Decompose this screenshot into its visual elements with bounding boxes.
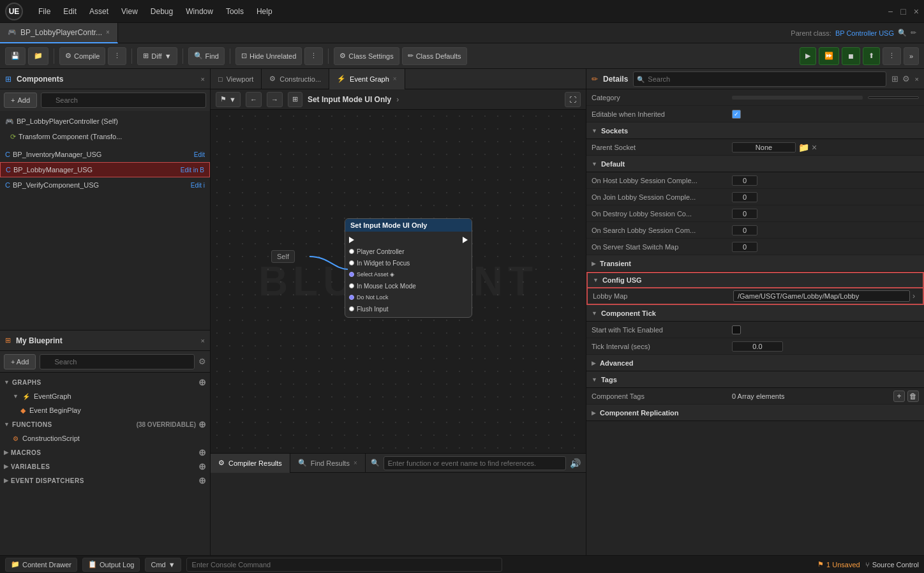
search-lobby-value[interactable]: 0 [732, 225, 757, 235]
section-transient[interactable]: ▶ Transient [586, 255, 924, 272]
tab-compiler-results[interactable]: ⚙ Compiler Results [211, 454, 290, 473]
sound-icon[interactable]: 🔊 [570, 458, 581, 468]
menu-tools[interactable]: Tools [221, 6, 249, 17]
details-search-input[interactable] [633, 71, 886, 87]
search-icon[interactable]: 🔍 [898, 29, 907, 37]
compile-button[interactable]: ⚙ Compile [59, 47, 105, 65]
hide-unrelated-button[interactable]: ⊡ Hide Unrelated [235, 47, 302, 65]
start-tick-checkbox[interactable] [732, 325, 741, 334]
class-defaults-button[interactable]: ✏ Class Defaults [402, 47, 467, 65]
tree-item-verify[interactable]: C BP_VerifyComponent_USG Edit i [0, 177, 210, 193]
self-node[interactable]: Self [271, 250, 295, 263]
bp-node-set-input-mode[interactable]: Set Input Mode UI Only Player Controller [345, 218, 472, 318]
destroy-lobby-value[interactable]: 0 [732, 209, 757, 219]
lobby-map-nav[interactable]: › [910, 292, 918, 301]
tree-item-transform[interactable]: ⟳ Transform Component (Transfo... [0, 129, 210, 144]
editable-checkbox[interactable]: ✓ [732, 110, 741, 119]
tab-event-graph[interactable]: ⚡ Event Graph × [329, 69, 405, 89]
maximize-button[interactable]: □ [900, 6, 905, 17]
blueprint-gear-icon[interactable]: ⚙ [198, 357, 206, 366]
category-value[interactable] [868, 96, 919, 99]
graphs-add[interactable]: ⊕ [198, 377, 206, 387]
components-search-input[interactable] [41, 93, 206, 108]
blueprint-add-button[interactable]: + Add [4, 354, 36, 369]
menu-edit[interactable]: Edit [58, 6, 82, 17]
content-drawer-button[interactable]: 📁 Content Drawer [5, 558, 77, 572]
lobby-map-value[interactable]: /Game/USGT/Game/Lobby/Map/Lobby [733, 290, 910, 302]
tab-find-results[interactable]: 🔍 Find Results × [290, 454, 366, 473]
tick-interval-value[interactable]: 0.0 [732, 341, 783, 352]
blueprint-panel-close[interactable]: × [201, 337, 205, 345]
nav-back-button[interactable]: ← [246, 92, 262, 107]
inventory-edit-action[interactable]: Edit [194, 151, 205, 158]
section-component-tick[interactable]: ▼ Component Tick [586, 305, 924, 322]
section-item-eventgraph[interactable]: ▼ ⚡ EventGraph [0, 389, 210, 403]
toolbar-more-button[interactable]: ⋮ [883, 47, 901, 65]
section-advanced[interactable]: ▶ Advanced [586, 355, 924, 371]
menu-debug[interactable]: Debug [145, 6, 178, 17]
menu-view[interactable]: View [116, 6, 143, 17]
event-graph-tab-close[interactable]: × [393, 75, 397, 82]
details-panel-close[interactable]: × [915, 75, 919, 83]
details-settings-icon[interactable]: ⚙ [902, 74, 910, 84]
diff-button[interactable]: ⊞ Diff ▼ [137, 47, 177, 65]
section-tags[interactable]: ▼ Tags [586, 371, 924, 388]
find-button[interactable]: 🔍 Find [188, 47, 225, 65]
play-button[interactable]: ▶ [800, 47, 816, 65]
compile-more-button[interactable]: ⋮ [108, 47, 126, 65]
lobby-edit-action[interactable]: Edit in B [181, 167, 204, 174]
bookmark-button[interactable]: ⚑ ▼ [216, 92, 241, 107]
tab-viewport[interactable]: □ Viewport [211, 69, 262, 89]
section-item-begin-play[interactable]: ◆ Event BeginPlay [0, 403, 210, 417]
cmd-button[interactable]: Cmd ▼ [145, 558, 181, 572]
nav-forward-button[interactable]: → [267, 92, 283, 107]
socket-clear-icon[interactable]: × [812, 142, 817, 153]
blueprint-search-input[interactable] [40, 354, 195, 369]
menu-asset[interactable]: Asset [84, 6, 114, 17]
bottom-search-input[interactable] [384, 456, 566, 470]
event-dispatchers-add[interactable]: ⊕ [198, 475, 206, 486]
socket-folder-icon[interactable]: 📁 [798, 142, 809, 153]
find-results-close[interactable]: × [354, 459, 357, 466]
section-default[interactable]: ▼ Default [586, 156, 924, 172]
section-config-usg[interactable]: ▼ Config USG [586, 272, 924, 288]
tab-construction[interactable]: ⚙ Constructio... [262, 69, 329, 89]
class-settings-button[interactable]: ⚙ Class Settings [334, 47, 399, 65]
section-graphs[interactable]: ▼ GRAPHS ⊕ [0, 375, 210, 389]
breadcrumb-grid-button[interactable]: ⊞ [288, 92, 302, 107]
section-sockets[interactable]: ▼ Sockets [586, 123, 924, 139]
expand-button[interactable]: ⛶ [565, 92, 581, 107]
output-log-button[interactable]: 📋 Output Log [82, 558, 140, 572]
parent-class-link[interactable]: BP Controller USG [835, 29, 894, 37]
save-button[interactable]: 💾 [5, 47, 26, 65]
functions-add[interactable]: ⊕ [198, 419, 206, 429]
folder-button[interactable]: 📁 [28, 47, 48, 65]
stop-button[interactable]: ⏹ [842, 47, 860, 65]
step-button[interactable]: ⏩ [819, 47, 839, 65]
join-lobby-value[interactable]: 0 [732, 192, 757, 202]
details-grid-icon[interactable]: ⊞ [891, 74, 898, 84]
section-component-replication[interactable]: ▶ Component Replication [586, 405, 924, 421]
parent-socket-value[interactable]: None [732, 142, 796, 153]
console-command-input[interactable] [186, 558, 503, 572]
blueprint-canvas[interactable]: BLUEPRINT Self Set Input Mode UI Only [211, 110, 586, 453]
server-start-value[interactable]: 0 [732, 242, 757, 252]
tree-item-root[interactable]: 🎮 BP_LobbyPlayerController (Self) [0, 114, 210, 129]
tree-item-lobby-manager[interactable]: C BP_LobbyManager_USG Edit in B [0, 162, 210, 177]
minimize-button[interactable]: − [888, 6, 893, 17]
menu-help[interactable]: Help [251, 6, 278, 17]
close-button[interactable]: × [914, 6, 919, 17]
section-functions[interactable]: ▼ FUNCTIONS (38 OVERRIDABLE) ⊕ [0, 417, 210, 431]
hide-more-button[interactable]: ⋮ [304, 47, 323, 65]
variables-add[interactable]: ⊕ [198, 461, 206, 472]
section-macros[interactable]: ▶ MACROS ⊕ [0, 445, 210, 459]
macros-add[interactable]: ⊕ [198, 447, 206, 458]
component-tags-add[interactable]: + [893, 391, 905, 402]
components-panel-close[interactable]: × [201, 75, 205, 83]
toolbar-expand-button[interactable]: » [904, 47, 919, 65]
section-event-dispatchers[interactable]: ▶ EVENT DISPATCHERS ⊕ [0, 473, 210, 487]
tab-bp-lobby-player-controller[interactable]: 🎮 BP_LobbyPlayerContr... × [0, 23, 118, 43]
menu-window[interactable]: Window [181, 6, 218, 17]
tree-item-inventory[interactable]: C BP_InventoryManager_USG Edit [0, 147, 210, 162]
verify-edit-action[interactable]: Edit i [191, 182, 205, 189]
